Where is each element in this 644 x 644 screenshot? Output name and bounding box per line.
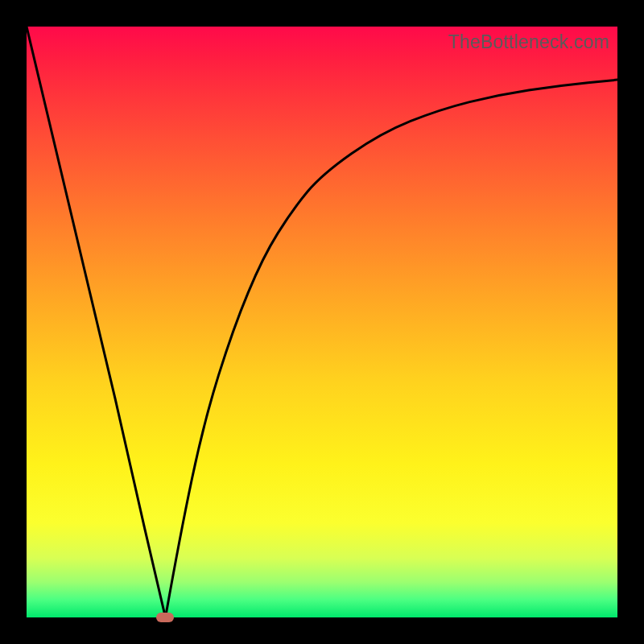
chart-frame: TheBottleneck.com [0,0,644,644]
optimal-marker [156,613,174,622]
bottleneck-curve [27,27,617,617]
curve-left-branch [27,27,166,617]
plot-area: TheBottleneck.com [27,27,617,617]
curve-right-branch [166,80,618,617]
